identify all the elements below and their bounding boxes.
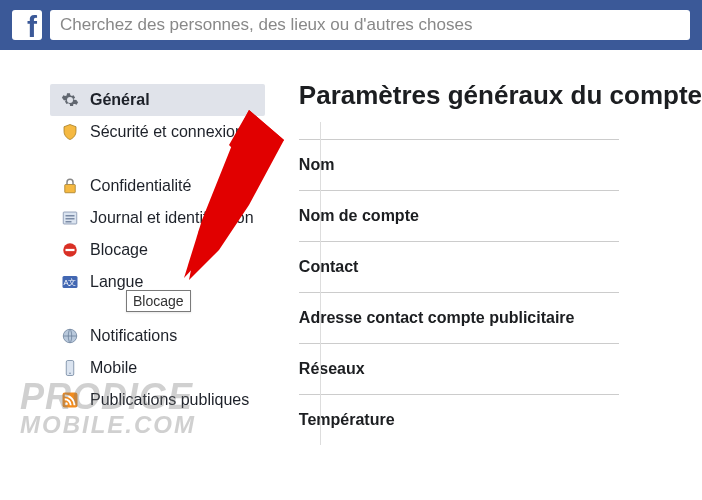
svg-point-11 [69,373,71,375]
setting-row-contact[interactable]: Contact [299,241,619,292]
sidebar-item-label: Notifications [90,327,177,345]
globe-icon [60,326,80,346]
gear-icon [60,90,80,110]
language-icon: A文 [60,272,80,292]
list-icon [60,208,80,228]
sidebar-item-public-posts[interactable]: Publications publiques [50,384,265,416]
rss-icon [60,390,80,410]
shield-icon [60,122,80,142]
sidebar-item-label: Mobile [90,359,137,377]
sidebar-item-label: Publications publiques [90,391,249,409]
divider [320,122,321,445]
content: Général Sécurité et connexion Confidenti… [0,50,702,445]
sidebar-item-label: Sécurité et connexion [90,123,244,141]
mobile-icon [60,358,80,378]
sidebar-item-privacy[interactable]: Confidentialité [50,170,265,202]
sidebar-item-label: Journal et identification [90,209,254,227]
topbar [0,0,702,50]
search-input[interactable] [50,10,690,40]
setting-row-name[interactable]: Nom [299,139,619,190]
page-title: Paramètres généraux du compte [299,80,702,111]
svg-rect-0 [65,185,76,193]
main-panel: Paramètres généraux du compte Nom Nom de… [265,50,702,445]
sidebar-item-label: Confidentialité [90,177,191,195]
svg-text:A文: A文 [63,278,76,287]
sidebar-item-label: Blocage [90,241,148,259]
setting-row-networks[interactable]: Réseaux [299,343,619,394]
svg-rect-6 [66,249,75,251]
tooltip: Blocage [126,290,191,312]
sidebar-item-mobile[interactable]: Mobile [50,352,265,384]
setting-row-username[interactable]: Nom de compte [299,190,619,241]
lock-icon [60,176,80,196]
sidebar-item-security[interactable]: Sécurité et connexion [50,116,265,148]
setting-row-temperature[interactable]: Température [299,394,619,445]
sidebar-item-label: Langue [90,273,143,291]
facebook-logo-icon[interactable] [12,10,42,40]
sidebar-item-timeline[interactable]: Journal et identification [50,202,265,234]
setting-row-ad-contact[interactable]: Adresse contact compte publicitaire [299,292,619,343]
sidebar-item-label: Général [90,91,150,109]
sidebar-item-blocking[interactable]: Blocage [50,234,265,266]
block-icon [60,240,80,260]
sidebar-item-general[interactable]: Général [50,84,265,116]
sidebar: Général Sécurité et connexion Confidenti… [0,50,265,445]
sidebar-item-notifications[interactable]: Notifications [50,320,265,352]
svg-point-13 [65,402,68,405]
